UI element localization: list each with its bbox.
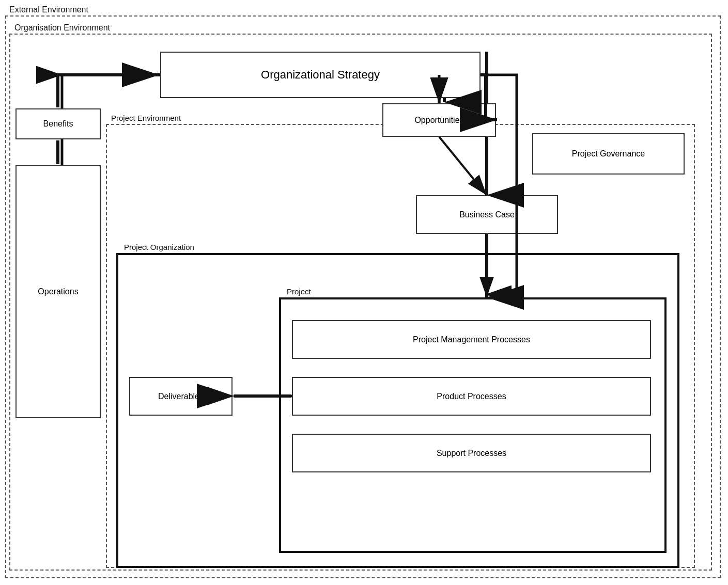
opportunities-label: Opportunities [414,116,463,125]
support-processes-label: Support Processes [437,449,506,458]
opportunities-box: Opportunities [382,103,496,137]
project-governance-box: Project Governance [532,133,685,175]
diagram-root: External Environment Organisation Enviro… [0,0,728,585]
project-management-processes-box: Project Management Processes [292,320,651,359]
project-governance-label: Project Governance [572,149,645,159]
external-environment-label: External Environment [9,5,88,14]
product-processes-box: Product Processes [292,377,651,416]
business-case-label: Business Case [459,210,515,219]
project-label: Project [287,287,311,296]
project-organization-label: Project Organization [124,243,194,251]
business-case-box: Business Case [416,195,558,234]
operations-label: Operations [38,287,78,296]
project-environment-label: Project Environment [111,114,181,122]
organizational-strategy-label: Organizational Strategy [261,68,380,82]
organisation-environment-label: Organisation Environment [14,23,110,33]
operations-box: Operations [16,165,101,418]
deliverables-label: Deliverables [158,392,204,401]
deliverables-box: Deliverables [129,377,233,416]
product-processes-label: Product Processes [437,392,506,401]
benefits-box: Benefits [16,108,101,139]
organizational-strategy-box: Organizational Strategy [160,52,481,98]
benefits-label: Benefits [43,119,73,129]
support-processes-box: Support Processes [292,434,651,472]
project-management-processes-label: Project Management Processes [413,335,530,344]
